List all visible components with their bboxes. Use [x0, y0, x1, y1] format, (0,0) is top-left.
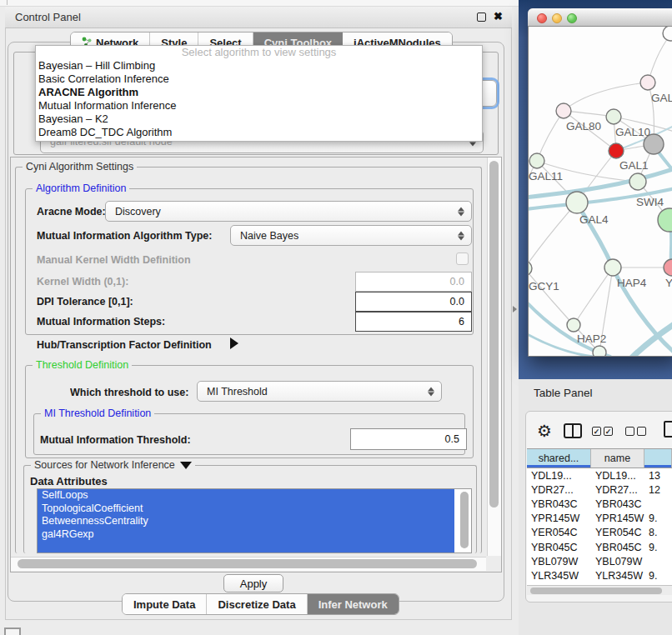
vertical-scrollbar-thumb[interactable] [489, 161, 499, 508]
tab-infer-network[interactable]: Infer Network [308, 594, 399, 614]
network-node-label: GAL [651, 92, 672, 104]
combo-spinner-icon [458, 231, 464, 240]
hub-expand-icon[interactable] [230, 338, 238, 349]
network-node-gcy1[interactable] [529, 261, 532, 276]
table-cell: YBR043C [591, 498, 644, 510]
data-attributes-list[interactable]: SelfLoopsTopologicalCoefficientBetweenne… [37, 488, 472, 553]
network-window-titlebar[interactable] [528, 8, 672, 27]
hub-definition-label[interactable]: Hub/Transcription Factor Definition [37, 339, 212, 351]
tab-impute-data[interactable]: Impute Data [123, 594, 207, 614]
network-node[interactable] [629, 173, 646, 190]
table-row[interactable]: YDL19...YDL19...13 [527, 468, 672, 482]
column-header-extra[interactable] [644, 449, 672, 468]
table-row[interactable]: YBR045CYBR045C9. [527, 540, 672, 554]
data-attributes-label: Data Attributes [30, 475, 108, 488]
network-node-label: GAL80 [566, 120, 601, 132]
network-node-gal4[interactable] [566, 192, 588, 213]
network-node[interactable] [663, 27, 672, 41]
select-all-checks-icon[interactable]: ✓✓ [592, 427, 613, 436]
network-edge[interactable] [529, 202, 577, 268]
attribute-item-0[interactable]: SelfLoops [38, 489, 454, 502]
float-window-icon[interactable] [477, 12, 486, 22]
column-header-shared...[interactable]: shared... [527, 449, 591, 468]
network-node[interactable] [593, 346, 606, 356]
attribute-item-1[interactable]: TopologicalCoefficient [38, 502, 454, 516]
mi-steps-field[interactable]: 6 [355, 312, 472, 332]
mi-steps-value: 6 [459, 316, 464, 328]
application-root: Control Panel ✖ NetworkStyleSelectCyni T… [0, 0, 672, 635]
table-hscrollbar-thumb[interactable] [530, 588, 662, 594]
dropdown-item-0[interactable]: Bayesian – Hill Climbing [36, 59, 482, 72]
dropdown-item-3[interactable]: Mutual Information Inference [36, 99, 482, 112]
network-node-hap2[interactable] [567, 318, 580, 332]
network-node-gal11[interactable] [529, 153, 544, 168]
close-icon[interactable]: ✖ [494, 10, 503, 22]
dropdown-item-5[interactable]: Dream8 DC_TDC Algorithm [36, 126, 482, 139]
settings-gear-icon[interactable]: ⚙ [537, 421, 552, 441]
tab-discretize-data[interactable]: Discretize Data [207, 594, 307, 614]
attribute-item-3[interactable]: gal4RGexp [38, 528, 454, 542]
control-panel-title: Control Panel [15, 11, 81, 23]
bottom-tabbar: Impute DataDiscretize DataInfer Network [122, 593, 399, 615]
dropdown-item-1[interactable]: Basic Correlation Inference [36, 72, 482, 86]
table-row[interactable]: YBR043CYBR043C [527, 497, 672, 511]
algorithm-definition-title: Algorithm Definition [33, 182, 129, 194]
mi-algorithm-type-combobox[interactable]: Naive Bayes [230, 225, 472, 246]
which-threshold-combobox[interactable]: MI Threshold [197, 381, 442, 402]
column-header-name[interactable]: name [591, 449, 644, 468]
kernel-width-field[interactable]: 0.0 [355, 272, 472, 292]
panel-resize-handle-icon[interactable] [513, 306, 517, 312]
dropdown-item-4[interactable]: Bayesian – K2 [36, 112, 482, 126]
manual-kernel-width-checkbox[interactable] [456, 252, 469, 265]
table-row[interactable]: YDR27...YDR27...12 [527, 482, 672, 497]
network-edge[interactable] [574, 268, 613, 325]
network-node-gal80[interactable] [556, 103, 571, 118]
dropdown-items: Bayesian – Hill ClimbingBasic Correlatio… [36, 59, 482, 139]
mi-steps-label: Mutual Information Steps: [37, 316, 165, 328]
apply-button-label: Apply [240, 578, 268, 590]
table-row[interactable]: YLR345WYLR345W9. [527, 568, 672, 582]
network-node-label: SWI4 [636, 196, 664, 208]
attributes-list-scrollbar-thumb[interactable] [460, 492, 469, 548]
clipped-corner-icon[interactable] [4, 628, 21, 635]
cyni-algorithm-settings-title: Cyni Algorithm Settings [23, 161, 137, 172]
network-edge[interactable] [537, 111, 564, 161]
new-table-file-icon[interactable] [664, 421, 672, 438]
apply-button[interactable]: Apply [223, 574, 283, 592]
table-row[interactable]: YER054CYER054C8. [527, 526, 672, 540]
table-row[interactable]: YBL079WYBL079W [527, 554, 672, 568]
mi-algorithm-type-value: Naive Bayes [240, 230, 298, 242]
combo-spinner-icon [458, 207, 464, 216]
table-cell: YBR043C [527, 498, 591, 510]
table-cell: 9. [644, 512, 672, 524]
network-node-gal1[interactable] [609, 143, 624, 158]
dpi-tolerance-field[interactable]: 0.0 [355, 292, 472, 312]
network-node-gal10[interactable] [606, 109, 621, 124]
mi-threshold-field[interactable]: 0.5 [350, 428, 467, 450]
network-node-label: HAP2 [577, 332, 606, 345]
table-row[interactable]: YPR145WYPR145W9. [527, 512, 672, 526]
network-node-gal[interactable] [640, 75, 655, 90]
table-panel-title: Table Panel [534, 387, 593, 399]
aracne-mode-combobox[interactable]: Discovery [105, 201, 472, 222]
split-columns-icon[interactable] [564, 423, 582, 438]
network-edge[interactable] [529, 268, 574, 325]
window-minimize-icon[interactable] [552, 13, 562, 23]
attribute-item-2[interactable]: BetweennessCentrality [38, 515, 454, 528]
network-node-swi4[interactable] [658, 208, 672, 232]
network-edge[interactable] [564, 82, 648, 111]
window-close-icon[interactable] [537, 13, 547, 23]
horizontal-scrollbar-thumb[interactable] [18, 559, 477, 568]
sources-group-title[interactable]: Sources for Network Inference [31, 459, 195, 471]
dropdown-item-2[interactable]: ARACNE Algorithm [36, 86, 482, 99]
window-zoom-icon[interactable] [567, 13, 577, 23]
network-node-hap4[interactable] [604, 259, 621, 276]
network-node-y[interactable] [664, 259, 672, 276]
sources-title-text: Sources for Network Inference [34, 459, 175, 471]
network-graph[interactable]: GALGAL80GAL10GAL1GAL11GAL4SWI4GCY1HAP4YH… [529, 27, 672, 356]
deselect-all-checks-icon[interactable] [625, 427, 646, 436]
table-cell: YDR27... [591, 484, 644, 496]
table-cell: YLR345W [591, 570, 644, 582]
mi-threshold-label: Mutual Information Threshold: [40, 434, 191, 446]
table-horizontal-scrollbar[interactable] [527, 585, 672, 595]
